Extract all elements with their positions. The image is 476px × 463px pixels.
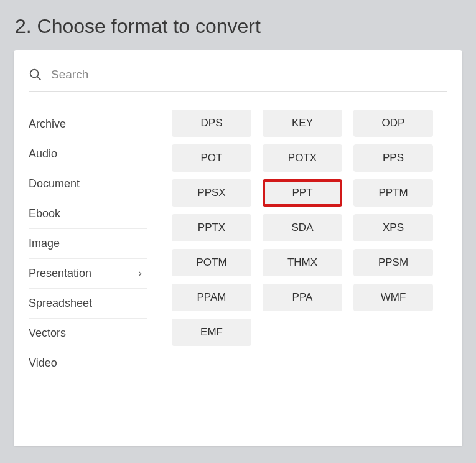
svg-line-1 <box>37 77 41 80</box>
format-sda[interactable]: SDA <box>263 214 342 241</box>
content-area: Archive Audio Document Ebook Image Prese… <box>29 110 447 378</box>
sidebar-item-ebook[interactable]: Ebook <box>29 199 147 229</box>
format-pot[interactable]: POT <box>172 144 251 172</box>
format-card: Archive Audio Document Ebook Image Prese… <box>14 50 462 446</box>
format-ppsm[interactable]: PPSM <box>353 249 433 276</box>
page-title: 2. Choose format to convert <box>0 0 476 50</box>
sidebar-item-presentation[interactable]: Presentation <box>29 259 147 289</box>
format-pps[interactable]: PPS <box>353 144 433 172</box>
format-ppsx[interactable]: PPSX <box>172 179 251 207</box>
format-pptx[interactable]: PPTX <box>172 214 251 241</box>
sidebar-item-label: Video <box>29 357 57 370</box>
sidebar-item-label: Audio <box>29 147 57 161</box>
format-ppam[interactable]: PPAM <box>172 284 251 311</box>
format-odp[interactable]: ODP <box>353 110 433 137</box>
sidebar-item-spreadsheet[interactable]: Spreadsheet <box>29 289 147 319</box>
svg-point-0 <box>30 70 39 78</box>
sidebar-item-label: Ebook <box>29 207 60 220</box>
sidebar-item-label: Document <box>29 177 80 190</box>
sidebar-item-label: Vectors <box>29 327 66 340</box>
sidebar-item-image[interactable]: Image <box>29 229 147 259</box>
format-xps[interactable]: XPS <box>353 214 433 241</box>
search-input[interactable] <box>51 68 447 82</box>
chevron-right-icon <box>136 269 144 278</box>
sidebar-item-label: Spreadsheet <box>29 297 92 310</box>
sidebar-item-document[interactable]: Document <box>29 169 147 199</box>
sidebar-item-label: Presentation <box>29 267 91 280</box>
sidebar-item-audio[interactable]: Audio <box>29 139 147 169</box>
format-pptm[interactable]: PPTM <box>353 179 433 207</box>
format-thmx[interactable]: THMX <box>263 249 342 276</box>
sidebar-item-video[interactable]: Video <box>29 348 147 378</box>
format-ppa[interactable]: PPA <box>263 284 342 311</box>
sidebar-item-label: Archive <box>29 118 66 131</box>
format-grid: DPS KEY ODP POT POTX PPS PPSX PPT PPTM P… <box>172 110 433 378</box>
format-potm[interactable]: POTM <box>172 249 251 276</box>
search-icon <box>29 68 42 82</box>
format-emf[interactable]: EMF <box>172 319 251 346</box>
format-wmf[interactable]: WMF <box>353 284 433 311</box>
category-sidebar: Archive Audio Document Ebook Image Prese… <box>29 110 147 378</box>
sidebar-item-vectors[interactable]: Vectors <box>29 319 147 348</box>
sidebar-item-archive[interactable]: Archive <box>29 110 147 139</box>
search-row <box>29 68 447 92</box>
sidebar-item-label: Image <box>29 237 60 250</box>
format-ppt[interactable]: PPT <box>263 179 342 207</box>
format-potx[interactable]: POTX <box>263 144 342 172</box>
format-key[interactable]: KEY <box>263 110 342 137</box>
format-dps[interactable]: DPS <box>172 110 251 137</box>
